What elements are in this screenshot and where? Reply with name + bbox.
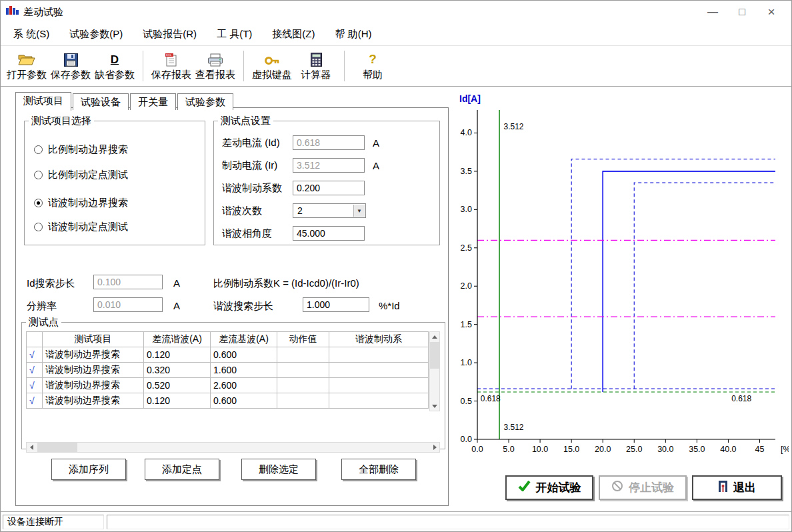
chevron-down-icon[interactable]: ▼ [353,205,365,217]
resolution-input[interactable] [93,297,163,312]
svg-text:20.0: 20.0 [595,445,611,454]
radio-option-harmonic-boundary[interactable]: 谐波制动边界搜索 [34,197,128,209]
save-report-button[interactable]: EXL 保存报表 [149,51,193,81]
radio-icon[interactable] [34,223,43,231]
delete-selected-button[interactable]: 删除选定 [241,459,316,480]
table-row[interactable]: √ 谐波制动边界搜索 0.520 2.600 [27,378,429,393]
vertical-scrollbar[interactable] [429,331,440,411]
vertical-scroll-thumb[interactable] [430,342,439,369]
add-sequence-button[interactable]: 添加序列 [51,459,126,480]
menu-wiring-diagram[interactable]: 接线图(Z) [262,25,325,43]
open-folder-icon [18,51,35,67]
start-test-button[interactable]: 开始试验 [505,475,593,500]
horizontal-scroll-thumb[interactable] [37,443,77,452]
harmonic-step-input[interactable] [303,297,369,312]
app-window: 差动试验 — □ × 系 统(S) 试验参数(P) 试验报告(R) 工 具(T)… [0,0,792,532]
harmonic-phase-input[interactable] [293,226,365,241]
cell[interactable]: 1.600 [211,363,277,378]
row-check-icon[interactable]: √ [27,393,43,409]
tab-test-device[interactable]: 试验设备 [73,93,129,110]
minimize-button[interactable]: — [698,2,727,22]
cell[interactable]: 0.600 [211,393,277,409]
test-points-table[interactable]: 测试项目 差流谐波(A) 差流基波(A) 动作值 谐波制动系 √ 谐波制动边界搜… [26,331,429,409]
table-row[interactable]: √ 谐波制动边界搜索 0.120 0.600 [27,393,429,409]
menu-tools[interactable]: 工 具(T) [207,25,262,43]
scroll-up-icon[interactable] [430,332,439,341]
radio-icon-selected[interactable] [34,199,43,207]
radio-option-ratio-boundary[interactable]: 比例制动边界搜索 [34,143,128,156]
cell[interactable]: 2.600 [211,378,277,393]
cell[interactable] [277,363,329,378]
field-harmonic-order: 谐波次数 2 ▼ [222,203,435,218]
exit-icon [718,480,728,496]
field-unit: A [373,160,379,171]
scroll-down-icon[interactable] [430,401,439,411]
cell[interactable] [277,378,329,393]
tab-test-items[interactable]: 测试项目 [15,92,71,111]
open-params-button[interactable]: 打开参数 [5,51,49,81]
cell[interactable]: 0.320 [144,363,211,378]
table-row[interactable]: √ 谐波制动边界搜索 0.320 1.600 [27,363,429,378]
svg-text:3.5: 3.5 [461,167,472,176]
id-step-unit: A [173,277,180,289]
field-id-current: 差动电流 (Id) A [222,135,435,150]
ir-current-input[interactable] [293,158,365,173]
add-fixed-point-button[interactable]: 添加定点 [145,459,219,480]
tab-switch-quantity[interactable]: 开关量 [130,93,176,110]
col-diff-fundamental: 差流基波(A) [211,332,277,347]
chart-canvas: 0.00.51.01.52.02.53.03.54.00.05.010.015.… [455,91,789,465]
menu-test-report[interactable]: 试验报告(R) [133,25,207,43]
cell[interactable]: 谐波制动边界搜索 [43,393,144,409]
view-report-button[interactable]: 查看报表 [193,51,237,81]
maximize-button[interactable]: □ [727,2,757,22]
cell[interactable]: 0.120 [144,393,211,409]
cell[interactable] [329,378,429,393]
row-check-icon[interactable]: √ [27,347,43,363]
menu-test-params[interactable]: 试验参数(P) [59,25,133,43]
group-title: 测试项目选择 [29,115,94,127]
harmonic-step-unit: %*Id [379,300,400,311]
radio-option-ratio-fixed[interactable]: 比例制动定点测试 [34,169,128,181]
menu-help[interactable]: 帮 助(H) [325,25,381,43]
menu-system[interactable]: 系 统(S) [3,25,59,43]
cell[interactable]: 0.120 [144,347,211,363]
stop-test-button[interactable]: 停止试验 [599,475,687,500]
cell[interactable] [277,347,329,363]
scroll-right-icon[interactable] [430,443,439,452]
row-check-icon[interactable]: √ [27,363,43,378]
cell[interactable] [277,393,329,409]
cell[interactable]: 谐波制动边界搜索 [43,347,144,363]
radio-label: 谐波制动定点测试 [48,221,128,233]
horizontal-scrollbar[interactable] [26,442,440,453]
id-step-input[interactable] [93,275,163,289]
table-row[interactable]: √ 谐波制动边界搜索 0.120 0.600 [27,347,429,363]
radio-icon[interactable] [34,171,43,179]
field-label: 谐波制动系数 [222,182,293,195]
cell[interactable] [329,347,429,363]
svg-text:1.0: 1.0 [461,358,472,367]
id-current-input[interactable] [293,135,365,150]
tab-test-params[interactable]: 试验参数 [177,93,233,110]
svg-text:25.0: 25.0 [626,445,642,454]
close-button[interactable]: × [757,2,786,22]
default-params-button[interactable]: D 缺省参数 [93,51,137,81]
cell[interactable] [329,393,429,409]
delete-all-button[interactable]: 全部删除 [341,459,416,480]
calculator-button[interactable]: 计算器 [294,51,338,81]
row-check-icon[interactable]: √ [27,378,43,393]
cell[interactable]: 0.520 [144,378,211,393]
virtual-keyboard-button[interactable]: 虚拟键盘 [250,51,294,81]
cell[interactable]: 谐波制动边界搜索 [43,363,144,378]
help-button[interactable]: ? 帮助 [351,51,395,81]
cell[interactable]: 0.600 [211,347,277,363]
radio-icon[interactable] [34,145,43,154]
svg-text:0.5: 0.5 [461,397,472,406]
cell[interactable]: 谐波制动边界搜索 [43,378,144,393]
scroll-left-icon[interactable] [27,443,36,452]
harmonic-order-select[interactable]: 2 ▼ [293,203,366,218]
cell[interactable] [329,363,429,378]
radio-option-harmonic-fixed[interactable]: 谐波制动定点测试 [34,221,128,233]
save-params-button[interactable]: 保存参数 [49,51,93,81]
harmonic-coefficient-input[interactable] [293,181,365,195]
exit-button[interactable]: 退出 [692,475,782,500]
